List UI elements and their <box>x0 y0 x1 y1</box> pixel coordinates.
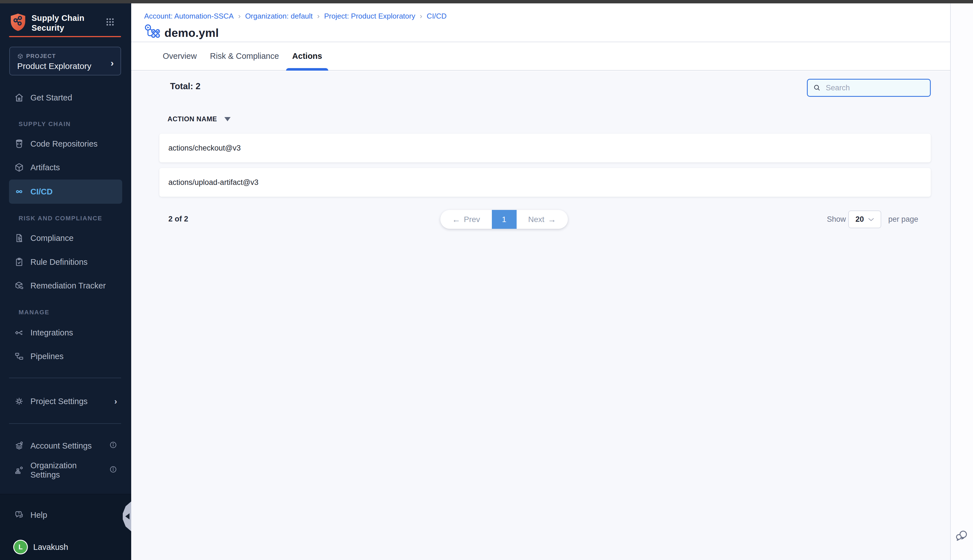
sidebar-item-organization-settings[interactable]: Organization Settings <box>9 458 122 482</box>
collapse-left-arrow-icon <box>125 513 130 520</box>
sidebar-item-label: Artifacts <box>30 163 60 172</box>
sidebar-item-account-settings[interactable]: Account Settings <box>9 433 122 458</box>
home-icon <box>14 93 24 103</box>
tab-risk-compliance[interactable]: Risk & Compliance <box>210 42 279 70</box>
prev-page-button[interactable]: ← Prev <box>440 210 492 229</box>
window-top-strip <box>0 0 973 3</box>
breadcrumb-account-link[interactable]: Account: Automation-SSCA <box>144 12 234 20</box>
chat-support-icon[interactable] <box>955 529 969 543</box>
page-size-value: 20 <box>855 215 864 224</box>
page-title-row: demo.yml <box>144 24 219 42</box>
help-chat-icon: ? <box>14 510 24 520</box>
sidebar-item-label: Integrations <box>30 328 73 337</box>
right-arrow-icon: → <box>548 215 556 224</box>
chevron-down-icon <box>868 218 874 222</box>
search-icon <box>813 83 821 92</box>
show-label: Show <box>827 215 846 224</box>
sidebar-item-label: Compliance <box>30 233 73 243</box>
code-repository-icon <box>14 139 24 149</box>
search-input[interactable] <box>825 83 926 93</box>
chevron-right-icon: › <box>114 397 117 406</box>
tab-bar: Overview Risk & Compliance Actions <box>131 42 951 71</box>
breadcrumb: Account: Automation-SSCA › Organization:… <box>144 12 447 20</box>
page-title: demo.yml <box>164 27 219 40</box>
breadcrumb-separator: › <box>317 12 320 20</box>
box-pencil-icon <box>14 280 24 291</box>
page-header: Account: Automation-SSCA › Organization:… <box>131 3 951 42</box>
brand-accent-line <box>9 36 121 37</box>
sidebar: Supply Chain Security PROJECT Product Ex… <box>0 3 131 560</box>
project-selector[interactable]: PROJECT Product Exploratory › <box>9 47 121 75</box>
org-gear-icon <box>14 465 24 475</box>
sidebar-item-project-settings[interactable]: Project Settings › <box>9 389 122 413</box>
total-count: Total: 2 <box>170 81 200 92</box>
sidebar-item-pipelines[interactable]: Pipelines <box>9 344 122 368</box>
sidebar-item-label: Code Repositories <box>30 139 98 148</box>
info-icon[interactable] <box>109 441 117 451</box>
sidebar-item-help[interactable]: ? Help <box>9 503 122 527</box>
sidebar-item-get-started[interactable]: Get Started <box>9 85 122 110</box>
right-gutter <box>950 3 973 560</box>
main-area: Account: Automation-SSCA › Organization:… <box>131 3 951 560</box>
app-logo: Supply Chain Security <box>9 12 121 36</box>
project-chevron-right-icon: › <box>111 57 114 68</box>
column-action-name: ACTION NAME <box>167 115 217 123</box>
sidebar-item-compliance[interactable]: Compliance <box>9 226 122 250</box>
sidebar-divider <box>9 378 121 378</box>
pagination: ← Prev 1 Next → <box>440 210 568 229</box>
sidebar-item-label: CI/CD <box>30 187 53 197</box>
breadcrumb-project-link[interactable]: Project: Product Exploratory <box>324 12 415 20</box>
sidebar-item-label: Pipelines <box>30 352 63 361</box>
project-label: PROJECT <box>26 53 56 59</box>
user-name: Lavakush <box>33 543 68 552</box>
action-name-cell: actions/checkout@v3 <box>169 144 241 153</box>
tab-actions[interactable]: Actions <box>292 42 322 70</box>
sidebar-item-rule-definitions[interactable]: Rule Definitions <box>9 250 122 274</box>
sidebar-item-artifacts[interactable]: Artifacts <box>9 155 122 180</box>
sidebar-item-label: Project Settings <box>30 397 88 406</box>
workflow-file-icon <box>144 24 160 42</box>
project-cube-icon <box>17 53 23 59</box>
project-name: Product Exploratory <box>17 62 91 71</box>
breadcrumb-separator: › <box>238 12 241 20</box>
sidebar-section-manage: MANAGE <box>18 309 50 316</box>
sidebar-item-label: Get Started <box>30 93 72 102</box>
breadcrumb-separator: › <box>420 12 422 20</box>
sidebar-item-label: Organization Settings <box>30 461 103 480</box>
sidebar-footer: ? Help L Lavakush <box>0 494 131 560</box>
table-row[interactable]: actions/checkout@v3 <box>159 134 931 162</box>
action-name-cell: actions/upload-artifact@v3 <box>169 178 259 187</box>
search-box <box>807 79 931 97</box>
breadcrumb-organization-link[interactable]: Organization: default <box>245 12 313 20</box>
sidebar-item-label: Remediation Tracker <box>30 281 106 290</box>
sidebar-section-risk-and-compliance: RISK AND COMPLIANCE <box>18 215 102 222</box>
cube-icon <box>14 162 24 173</box>
pagination-range: 2 of 2 <box>169 215 189 223</box>
sidebar-item-label: Help <box>30 510 47 520</box>
per-page-label: per page <box>888 215 918 224</box>
breadcrumb-cicd-link[interactable]: CI/CD <box>427 12 447 20</box>
integrations-branch-icon <box>14 328 24 338</box>
sidebar-item-cicd[interactable]: CI/CD <box>9 180 122 204</box>
info-icon[interactable] <box>109 465 117 475</box>
table-header: ACTION NAME <box>167 115 230 123</box>
table-row[interactable]: actions/upload-artifact@v3 <box>159 168 931 197</box>
page-size-select[interactable]: 20 <box>848 210 881 228</box>
supply-chain-security-shield-icon <box>9 13 27 32</box>
page-1-button[interactable]: 1 <box>492 210 517 229</box>
sort-descending-icon[interactable] <box>224 117 230 121</box>
left-arrow-icon: ← <box>452 215 460 224</box>
next-page-button[interactable]: Next → <box>517 210 568 229</box>
sidebar-section-supply-chain: SUPPLY CHAIN <box>18 120 71 128</box>
sidebar-item-remediation-tracker[interactable]: Remediation Tracker <box>9 273 122 298</box>
sidebar-user-menu[interactable]: L Lavakush <box>9 535 122 559</box>
actions-content: Total: 2 ACTION NAME actions/checkout@v3… <box>131 71 951 560</box>
document-search-icon <box>14 233 24 243</box>
layers-gear-icon <box>14 441 24 451</box>
app-switcher-grid-icon[interactable] <box>105 17 115 27</box>
sidebar-item-code-repositories[interactable]: Code Repositories <box>9 132 122 156</box>
tab-overview[interactable]: Overview <box>163 42 197 70</box>
clipboard-check-icon <box>14 257 24 267</box>
sidebar-item-integrations[interactable]: Integrations <box>9 320 122 345</box>
gear-icon <box>14 396 24 407</box>
